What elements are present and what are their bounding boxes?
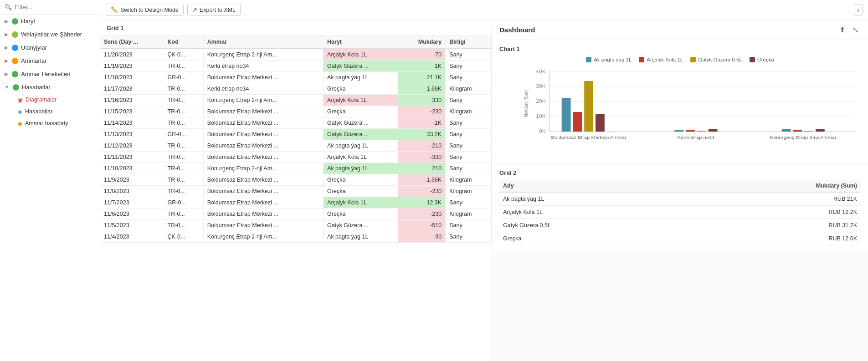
main-area: ✏️ Switch to Design Mode ↗ Export to XML… <box>100 0 868 361</box>
table-row[interactable]: 11/12/2023 TR-0... Boldumsaz Etrap Merke… <box>100 140 492 152</box>
table-row[interactable]: Gatyk Güzera 0.5L RUB 31.7K <box>499 219 861 232</box>
store-icon: ◆ <box>17 120 22 127</box>
cell-ammar: Boldumsaz Etrap Merkezi ... <box>203 208 323 220</box>
cell-mukdary: -230 <box>398 208 446 220</box>
cell-date: 11/6/2023 <box>100 208 164 220</box>
table-row[interactable]: 11/11/2023 TR-0... Boldumsaz Etrap Merke… <box>100 152 492 163</box>
table-row[interactable]: 11/17/2023 TR-0... Kerki etrap no34 Greç… <box>100 83 492 95</box>
table-row[interactable]: 11/19/2023 TR-0... Kerki etrap no34 Gaty… <box>100 61 492 72</box>
cell-mukdary: -70 <box>398 49 446 61</box>
cell-birligi: Kilogram <box>446 208 492 220</box>
sidebar-item-haryt[interactable]: ▶ Haryt <box>0 15 100 28</box>
table-row[interactable]: 11/14/2023 TR-0... Boldumsaz Etrap Merke… <box>100 117 492 129</box>
report-icon: ◈ <box>17 108 22 115</box>
table-row[interactable]: 11/9/2023 TR-0... Boldumsaz Etrap Merkez… <box>100 174 492 186</box>
svg-text:0K: 0K <box>539 129 546 134</box>
sidebar-item-hasabatlar[interactable]: ▼ Hasabatlar <box>0 81 100 94</box>
col-kod: Kod <box>164 36 203 49</box>
switch-design-mode-button[interactable]: ✏️ Switch to Design Mode <box>106 4 184 16</box>
cell-ammar: Kerki etrap no34 <box>203 83 323 95</box>
cell-ammar: Konurgenç Etrap 2-nji Am... <box>203 163 323 174</box>
sidebar-sub-item-diagramalar[interactable]: ◉ Diagramalar <box>13 94 100 106</box>
sidebar-sub-label: Ammar hasabaty <box>25 120 68 127</box>
cell-kod: ÇK-0... <box>164 231 203 243</box>
col-birligi: Birligi <box>446 36 492 49</box>
table-row[interactable]: 11/20/2023 ÇK-0... Konurgenç Etrap 2-nji… <box>100 49 492 61</box>
cell-ammar: Boldumsaz Etrap Merkezi ... <box>203 186 323 197</box>
table-row[interactable]: 11/6/2023 TR-0... Boldumsaz Etrap Merkez… <box>100 208 492 220</box>
fullscreen-button[interactable]: ⤡ <box>850 25 861 35</box>
sidebar-item-label: Ammarlar <box>21 57 46 64</box>
chart-svg: 40K 30K 20K 10K 0K Mukdary (Sum) <box>522 67 861 144</box>
col-ammar: Ammar <box>203 36 323 49</box>
cell-haryt: Arçalyk Kola 1L <box>324 95 398 106</box>
legend-label: Ak pagta ýag 1L <box>594 57 632 62</box>
svg-rect-20 <box>709 129 718 132</box>
search-input[interactable] <box>15 4 95 10</box>
cell-kod: TR-0... <box>164 106 203 117</box>
sidebar-item-ammarlar[interactable]: ▶ Ammarlar <box>0 54 100 67</box>
export-xml-button[interactable]: ↗ Export to XML <box>187 4 241 16</box>
cell-kod: GR-0... <box>164 197 203 208</box>
table-row[interactable]: 11/13/2023 GR-0... Boldumsaz Etrap Merke… <box>100 129 492 140</box>
table-row[interactable]: Arçalyk Kola 1L RUB 12.2K <box>499 206 861 219</box>
chart1-section: Chart 1 Ak pagta ýag 1LArçalyk Kola 1LGa… <box>492 40 868 164</box>
folder-icon <box>12 45 18 51</box>
dashboard-panel: Dashboard ⬆ ⤡ Chart 1 Ak pagta ýag 1LArç… <box>492 20 868 361</box>
table-row[interactable]: Ak pagta ýag 1L RUB 21K <box>499 192 861 206</box>
cell-ammar: Konurgenç Etrap 2-nji Am... <box>203 95 323 106</box>
dashboard-header: Dashboard ⬆ ⤡ <box>492 20 868 40</box>
table-row[interactable]: 11/16/2023 TR-0... Konurgenç Etrap 2-nji… <box>100 95 492 106</box>
table-row[interactable]: 11/5/2023 TR-0... Boldumsaz Etrap Merkez… <box>100 220 492 231</box>
table-row[interactable]: Greçka RUB 12.6K <box>499 232 861 245</box>
cell-haryt: Gatyk Güzera ... <box>324 117 398 129</box>
cell-mukdary: -90 <box>398 231 446 243</box>
cell-kod: TR-0... <box>164 174 203 186</box>
folder-icon <box>13 84 19 91</box>
cell-haryt: Greçka <box>324 174 398 186</box>
cell-ammar: Boldumsaz Etrap Merkezi ... <box>203 220 323 231</box>
col-ady: Ady <box>499 180 692 192</box>
svg-rect-23 <box>804 131 813 132</box>
cell-kod: TR-0... <box>164 83 203 95</box>
table-row[interactable]: 11/15/2023 TR-0... Boldumsaz Etrap Merke… <box>100 106 492 117</box>
share-button[interactable]: ⬆ <box>837 25 847 35</box>
cell-birligi: Sany <box>446 61 492 72</box>
grid2-table: Ady Mukdary (Sum) Ak pagta ýag 1L RUB 21… <box>499 180 861 245</box>
cell-date: 11/4/2023 <box>100 231 164 243</box>
cell-mukdary: -510 <box>398 220 446 231</box>
sidebar-item-ammar-hereketleri[interactable]: ▶ Ammar Hereketleri <box>0 67 100 81</box>
svg-rect-13 <box>562 98 571 132</box>
arrow-icon: ▶ <box>5 19 8 24</box>
table-row[interactable]: 11/10/2023 TR-0... Konurgenç Etrap 2-nji… <box>100 163 492 174</box>
cell-kod: ÇK-0... <box>164 49 203 61</box>
sidebar-sub-item-ammar-hasabaty[interactable]: ◆ Ammar hasabaty <box>13 117 100 129</box>
svg-text:40K: 40K <box>536 69 546 74</box>
cell-date: 11/19/2023 <box>100 61 164 72</box>
table-row[interactable]: 11/7/2023 GR-0... Boldumsaz Etrap Merkez… <box>100 197 492 208</box>
cell-mukdary: 12.3K <box>398 197 446 208</box>
sidebar-sub-label: Hasabatlar <box>25 108 52 115</box>
cell-birligi: Sany <box>446 220 492 231</box>
cell-kod: TR-0... <box>164 152 203 163</box>
sidebar-sub-item-hasabatlar[interactable]: ◈ Hasabatlar <box>13 106 100 117</box>
cell-mukdary: 33.2K <box>398 129 446 140</box>
cell-ammar: Boldumsaz Etrap Merkezi ... <box>203 174 323 186</box>
sidebar-item-welayatlar[interactable]: ▶ Welaýatlar we Şäherler <box>0 28 100 41</box>
table-row[interactable]: 11/8/2023 TR-0... Boldumsaz Etrap Merkez… <box>100 186 492 197</box>
table-row[interactable]: 11/18/2023 GR-0... Boldumsaz Etrap Merke… <box>100 72 492 83</box>
collapse-button[interactable]: ‹ <box>854 4 863 16</box>
cell-mukdary: RUB 21K <box>692 192 861 206</box>
design-icon: ✏️ <box>111 6 118 13</box>
cell-kod: TR-0... <box>164 95 203 106</box>
folder-icon <box>12 31 18 38</box>
arrow-icon: ▶ <box>5 71 8 76</box>
cell-kod: TR-0... <box>164 117 203 129</box>
sidebar-item-ulanyjylar[interactable]: ▶ Ulanyjylar <box>0 41 100 54</box>
cell-haryt: Arçalyk Kola 1L <box>324 152 398 163</box>
search-bar[interactable]: 🔍 <box>0 0 100 15</box>
cell-date: 11/13/2023 <box>100 129 164 140</box>
table-row[interactable]: 11/4/2023 ÇK-0... Konurgenç Etrap 2-nji … <box>100 231 492 243</box>
cell-kod: TR-0... <box>164 61 203 72</box>
grid1-panel: Grid 1 Sene (Day-... Kod Ammar Haryt Muk… <box>100 20 492 361</box>
